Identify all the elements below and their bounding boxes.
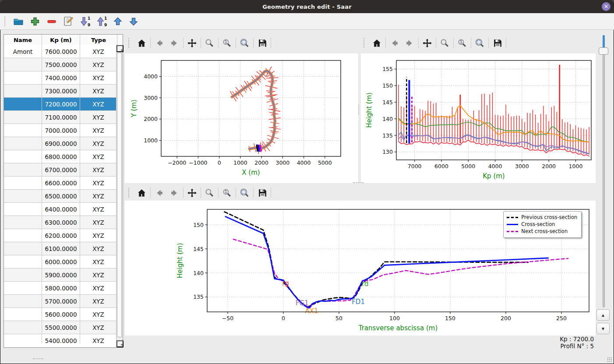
cell-type[interactable]: XYZ	[80, 308, 117, 321]
open-button[interactable]	[12, 15, 25, 28]
table-row[interactable]: 6900.0000XYZ	[4, 137, 117, 150]
column-header-name[interactable]: Name	[4, 35, 42, 45]
cell-kp[interactable]: 6800.0000	[42, 150, 80, 163]
cell-kp[interactable]: 7000.0000	[42, 124, 80, 137]
cell-name[interactable]	[4, 334, 42, 343]
cell-name[interactable]	[4, 124, 42, 137]
back-button[interactable]	[387, 37, 402, 49]
cell-kp[interactable]: 7500.0000	[42, 58, 80, 71]
longitudinal-chart[interactable]: 7000600050004000300020001000130135140145…	[361, 53, 596, 183]
table-row[interactable]: 6200.0000XYZ	[4, 229, 117, 242]
cell-name[interactable]	[4, 58, 42, 71]
cell-type[interactable]: XYZ	[80, 163, 117, 177]
cell-type[interactable]: XYZ	[80, 295, 117, 308]
cell-name[interactable]	[4, 242, 42, 255]
cell-name[interactable]	[4, 216, 42, 229]
cell-kp[interactable]: 6600.0000	[42, 177, 80, 190]
cell-type[interactable]: XYZ	[80, 269, 117, 282]
cell-name[interactable]	[4, 111, 42, 124]
home-button[interactable]	[134, 187, 149, 199]
save-button[interactable]	[490, 37, 505, 49]
previous-profile-button[interactable]: ▲	[596, 309, 610, 321]
cell-name[interactable]	[4, 269, 42, 282]
cell-type[interactable]: XYZ	[80, 177, 117, 190]
table-row[interactable]: 6500.0000XYZ	[4, 190, 117, 203]
next-profile-button[interactable]: ▼	[596, 323, 610, 334]
cell-name[interactable]	[4, 177, 42, 190]
cell-kp[interactable]: 5800.0000	[42, 282, 80, 295]
cell-type[interactable]: XYZ	[80, 137, 117, 150]
close-button[interactable]: ✕	[602, 2, 610, 11]
table-row[interactable]: Amont7600.0000XYZ	[4, 45, 117, 58]
remove-button[interactable]	[45, 15, 58, 28]
cell-type[interactable]: XYZ	[80, 98, 117, 111]
cell-kp[interactable]: 6900.0000	[42, 137, 80, 150]
cell-name[interactable]	[4, 163, 42, 177]
add-button[interactable]	[28, 15, 42, 28]
cell-type[interactable]: XYZ	[80, 216, 117, 229]
sort-descending-button[interactable]: 19	[78, 15, 92, 28]
cell-type[interactable]: XYZ	[80, 242, 117, 255]
cell-type[interactable]: XYZ	[80, 150, 117, 163]
zoom-button[interactable]	[202, 37, 217, 49]
scroll-down-button[interactable]: ▼	[116, 340, 124, 347]
toolbar-grip[interactable]	[128, 38, 131, 48]
scrollbar-thumb[interactable]	[117, 53, 122, 337]
save-button[interactable]	[254, 187, 270, 199]
table-row[interactable]: 7500.0000XYZ	[4, 58, 117, 71]
home-button[interactable]	[134, 37, 149, 49]
back-button[interactable]	[152, 37, 167, 49]
cell-kp[interactable]: 6500.0000	[42, 190, 80, 203]
table-row[interactable]: 6800.0000XYZ	[4, 150, 117, 163]
cell-kp[interactable]: 5600.0000	[42, 308, 80, 321]
zoom-one-button[interactable]: 1	[219, 37, 235, 49]
cell-kp[interactable]: 6100.0000	[42, 242, 80, 255]
toolbar-grip[interactable]	[128, 188, 131, 198]
cell-name[interactable]	[4, 308, 42, 321]
table-row[interactable]: 6400.0000XYZ	[4, 203, 117, 216]
slider-thumb[interactable]	[599, 47, 608, 55]
table-row[interactable]: 6700.0000XYZ	[4, 163, 117, 177]
zoom-button[interactable]	[202, 187, 217, 199]
edit-button[interactable]	[62, 15, 75, 28]
cell-name[interactable]	[4, 71, 42, 85]
table-row[interactable]: 6100.0000XYZ	[4, 242, 117, 255]
move-down-button[interactable]	[127, 15, 140, 28]
zoom-one-button[interactable]: 1	[219, 187, 235, 199]
cell-type[interactable]: XYZ	[80, 229, 117, 242]
cell-name[interactable]	[4, 137, 42, 150]
horizontal-splitter[interactable]	[353, 182, 363, 185]
cell-name[interactable]	[4, 321, 42, 334]
cell-name[interactable]	[4, 85, 42, 98]
table-row[interactable]: 5500.0000XYZ	[4, 321, 117, 334]
cell-type[interactable]: XYZ	[80, 255, 117, 269]
home-button[interactable]	[369, 37, 385, 49]
vertical-splitter[interactable]	[358, 105, 361, 114]
table-row[interactable]: 5400.0000XYZ	[4, 334, 117, 343]
table-scrollbar[interactable]: ▲ ▼	[116, 45, 123, 347]
cell-kp[interactable]: 6300.0000	[42, 216, 80, 229]
table-row[interactable]: 7300.0000XYZ	[4, 85, 117, 98]
cell-kp[interactable]: 6400.0000	[42, 203, 80, 216]
pan-button[interactable]	[184, 187, 200, 199]
cell-kp[interactable]: 7100.0000	[42, 111, 80, 124]
zoom-one-button[interactable]: 1	[455, 37, 470, 49]
cell-name[interactable]	[4, 98, 42, 111]
cell-kp[interactable]: 5500.0000	[42, 321, 80, 334]
cell-kp[interactable]: 5400.0000	[42, 334, 80, 343]
forward-button[interactable]	[402, 37, 417, 49]
cell-name[interactable]	[4, 295, 42, 308]
resize-grip[interactable]	[607, 357, 612, 362]
cell-name[interactable]: Amont	[4, 45, 42, 58]
table-row[interactable]: 7400.0000XYZ	[4, 71, 117, 85]
toolbar-grip[interactable]	[363, 38, 366, 48]
cell-type[interactable]: XYZ	[80, 190, 117, 203]
cell-type[interactable]: XYZ	[80, 58, 117, 71]
pan-button[interactable]	[420, 37, 435, 49]
save-button[interactable]	[254, 37, 270, 49]
table-row[interactable]: 5600.0000XYZ	[4, 308, 117, 321]
table-row[interactable]: 5700.0000XYZ	[4, 295, 117, 308]
cell-name[interactable]	[4, 203, 42, 216]
plan-view-chart[interactable]: −2000−1000010002000300040005000100020003…	[125, 53, 358, 183]
cell-kp[interactable]: 6700.0000	[42, 163, 80, 177]
